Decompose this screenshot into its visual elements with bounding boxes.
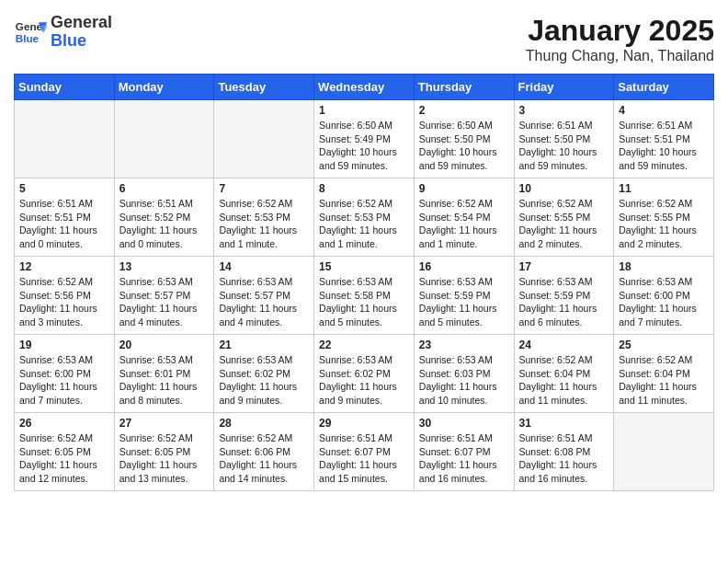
day-cell-13: 13Sunrise: 6:53 AM Sunset: 5:57 PM Dayli… <box>114 257 214 335</box>
day-info: Sunrise: 6:52 AM Sunset: 5:53 PM Dayligh… <box>219 197 309 251</box>
day-number: 8 <box>319 182 409 195</box>
day-number: 30 <box>419 417 509 430</box>
weekday-saturday: Saturday <box>614 75 714 100</box>
page-header: General Blue General Blue January 2025 T… <box>14 14 714 64</box>
title-block: January 2025 Thung Chang, Nan, Thailand <box>526 14 714 64</box>
day-cell-7: 7Sunrise: 6:52 AM Sunset: 5:53 PM Daylig… <box>214 178 314 257</box>
weekday-thursday: Thursday <box>414 75 514 100</box>
day-cell-10: 10Sunrise: 6:52 AM Sunset: 5:55 PM Dayli… <box>514 178 614 257</box>
day-info: Sunrise: 6:50 AM Sunset: 5:50 PM Dayligh… <box>419 119 509 173</box>
day-info: Sunrise: 6:53 AM Sunset: 5:59 PM Dayligh… <box>519 275 609 329</box>
day-info: Sunrise: 6:51 AM Sunset: 6:07 PM Dayligh… <box>419 431 509 486</box>
day-cell-3: 3Sunrise: 6:51 AM Sunset: 5:50 PM Daylig… <box>514 100 614 178</box>
day-cell-5: 5Sunrise: 6:51 AM Sunset: 5:51 PM Daylig… <box>15 178 115 257</box>
day-cell-21: 21Sunrise: 6:53 AM Sunset: 6:02 PM Dayli… <box>214 335 314 413</box>
week-row-1: 1Sunrise: 6:50 AM Sunset: 5:49 PM Daylig… <box>15 100 714 178</box>
day-info: Sunrise: 6:51 AM Sunset: 5:51 PM Dayligh… <box>19 197 109 251</box>
calendar-body: 1Sunrise: 6:50 AM Sunset: 5:49 PM Daylig… <box>15 100 714 491</box>
svg-text:Blue: Blue <box>16 32 40 44</box>
empty-cell <box>214 100 314 178</box>
day-info: Sunrise: 6:53 AM Sunset: 6:00 PM Dayligh… <box>619 275 709 329</box>
logo: General Blue General Blue <box>14 14 112 51</box>
day-cell-16: 16Sunrise: 6:53 AM Sunset: 5:59 PM Dayli… <box>414 257 514 335</box>
day-number: 17 <box>519 260 609 273</box>
day-number: 10 <box>519 182 609 195</box>
day-cell-31: 31Sunrise: 6:51 AM Sunset: 6:08 PM Dayli… <box>514 413 614 491</box>
day-number: 25 <box>619 339 709 351</box>
day-cell-4: 4Sunrise: 6:51 AM Sunset: 5:51 PM Daylig… <box>614 100 714 178</box>
day-info: Sunrise: 6:52 AM Sunset: 6:05 PM Dayligh… <box>19 431 109 486</box>
day-cell-28: 28Sunrise: 6:52 AM Sunset: 6:06 PM Dayli… <box>214 413 314 491</box>
day-info: Sunrise: 6:53 AM Sunset: 5:58 PM Dayligh… <box>319 275 409 329</box>
logo-text-blue: Blue <box>51 32 112 51</box>
day-info: Sunrise: 6:52 AM Sunset: 6:04 PM Dayligh… <box>619 353 709 408</box>
day-cell-17: 17Sunrise: 6:53 AM Sunset: 5:59 PM Dayli… <box>514 257 614 335</box>
day-info: Sunrise: 6:52 AM Sunset: 6:05 PM Dayligh… <box>119 431 210 486</box>
day-cell-1: 1Sunrise: 6:50 AM Sunset: 5:49 PM Daylig… <box>314 100 415 178</box>
day-cell-15: 15Sunrise: 6:53 AM Sunset: 5:58 PM Dayli… <box>314 257 415 335</box>
week-row-4: 19Sunrise: 6:53 AM Sunset: 6:00 PM Dayli… <box>15 335 714 413</box>
day-info: Sunrise: 6:52 AM Sunset: 5:55 PM Dayligh… <box>519 197 609 251</box>
day-info: Sunrise: 6:52 AM Sunset: 6:06 PM Dayligh… <box>219 431 309 486</box>
logo-icon: General Blue <box>14 16 47 49</box>
day-cell-29: 29Sunrise: 6:51 AM Sunset: 6:07 PM Dayli… <box>314 413 415 491</box>
day-cell-12: 12Sunrise: 6:52 AM Sunset: 5:56 PM Dayli… <box>15 257 115 335</box>
day-number: 23 <box>419 339 509 351</box>
day-number: 13 <box>119 260 210 273</box>
day-info: Sunrise: 6:53 AM Sunset: 5:57 PM Dayligh… <box>219 275 309 329</box>
day-number: 2 <box>419 104 509 117</box>
day-info: Sunrise: 6:51 AM Sunset: 5:52 PM Dayligh… <box>119 197 210 251</box>
day-number: 22 <box>319 339 409 351</box>
day-cell-6: 6Sunrise: 6:51 AM Sunset: 5:52 PM Daylig… <box>114 178 214 257</box>
day-number: 31 <box>519 417 609 430</box>
week-row-5: 26Sunrise: 6:52 AM Sunset: 6:05 PM Dayli… <box>15 413 714 491</box>
day-number: 14 <box>219 260 309 273</box>
day-info: Sunrise: 6:51 AM Sunset: 6:08 PM Dayligh… <box>519 431 609 486</box>
week-row-2: 5Sunrise: 6:51 AM Sunset: 5:51 PM Daylig… <box>15 178 714 257</box>
day-cell-18: 18Sunrise: 6:53 AM Sunset: 6:00 PM Dayli… <box>614 257 714 335</box>
day-number: 16 <box>419 260 509 273</box>
empty-cell <box>15 100 115 178</box>
day-info: Sunrise: 6:52 AM Sunset: 5:56 PM Dayligh… <box>19 275 109 329</box>
day-number: 28 <box>219 417 309 430</box>
day-number: 15 <box>319 260 409 273</box>
weekday-monday: Monday <box>114 75 214 100</box>
weekday-tuesday: Tuesday <box>214 75 314 100</box>
day-number: 18 <box>619 260 709 273</box>
day-cell-19: 19Sunrise: 6:53 AM Sunset: 6:00 PM Dayli… <box>15 335 115 413</box>
day-cell-23: 23Sunrise: 6:53 AM Sunset: 6:03 PM Dayli… <box>414 335 514 413</box>
day-info: Sunrise: 6:52 AM Sunset: 5:53 PM Dayligh… <box>319 197 409 251</box>
day-cell-24: 24Sunrise: 6:52 AM Sunset: 6:04 PM Dayli… <box>514 335 614 413</box>
day-info: Sunrise: 6:53 AM Sunset: 6:01 PM Dayligh… <box>119 353 210 408</box>
day-number: 3 <box>519 104 609 117</box>
day-info: Sunrise: 6:53 AM Sunset: 6:00 PM Dayligh… <box>19 353 109 408</box>
logo-text-general: General <box>51 14 112 32</box>
weekday-wednesday: Wednesday <box>314 75 415 100</box>
day-number: 29 <box>319 417 409 430</box>
day-info: Sunrise: 6:50 AM Sunset: 5:49 PM Dayligh… <box>319 119 409 173</box>
day-cell-20: 20Sunrise: 6:53 AM Sunset: 6:01 PM Dayli… <box>114 335 214 413</box>
weekday-header-row: SundayMondayTuesdayWednesdayThursdayFrid… <box>15 75 714 100</box>
day-number: 6 <box>119 182 210 195</box>
day-cell-22: 22Sunrise: 6:53 AM Sunset: 6:02 PM Dayli… <box>314 335 415 413</box>
day-info: Sunrise: 6:53 AM Sunset: 6:03 PM Dayligh… <box>419 353 509 408</box>
day-info: Sunrise: 6:51 AM Sunset: 6:07 PM Dayligh… <box>319 431 409 486</box>
day-number: 7 <box>219 182 309 195</box>
day-cell-11: 11Sunrise: 6:52 AM Sunset: 5:55 PM Dayli… <box>614 178 714 257</box>
day-cell-25: 25Sunrise: 6:52 AM Sunset: 6:04 PM Dayli… <box>614 335 714 413</box>
day-number: 12 <box>19 260 109 273</box>
day-info: Sunrise: 6:53 AM Sunset: 5:59 PM Dayligh… <box>419 275 509 329</box>
location-title: Thung Chang, Nan, Thailand <box>526 48 714 64</box>
calendar-table: SundayMondayTuesdayWednesdayThursdayFrid… <box>14 74 714 491</box>
day-info: Sunrise: 6:51 AM Sunset: 5:50 PM Dayligh… <box>519 119 609 173</box>
weekday-sunday: Sunday <box>15 75 115 100</box>
day-number: 9 <box>419 182 509 195</box>
day-cell-9: 9Sunrise: 6:52 AM Sunset: 5:54 PM Daylig… <box>414 178 514 257</box>
day-number: 26 <box>19 417 109 430</box>
day-info: Sunrise: 6:53 AM Sunset: 5:57 PM Dayligh… <box>119 275 210 329</box>
day-number: 5 <box>19 182 109 195</box>
day-info: Sunrise: 6:52 AM Sunset: 5:55 PM Dayligh… <box>619 197 709 251</box>
day-number: 21 <box>219 339 309 351</box>
month-title: January 2025 <box>526 14 714 48</box>
day-number: 27 <box>119 417 210 430</box>
